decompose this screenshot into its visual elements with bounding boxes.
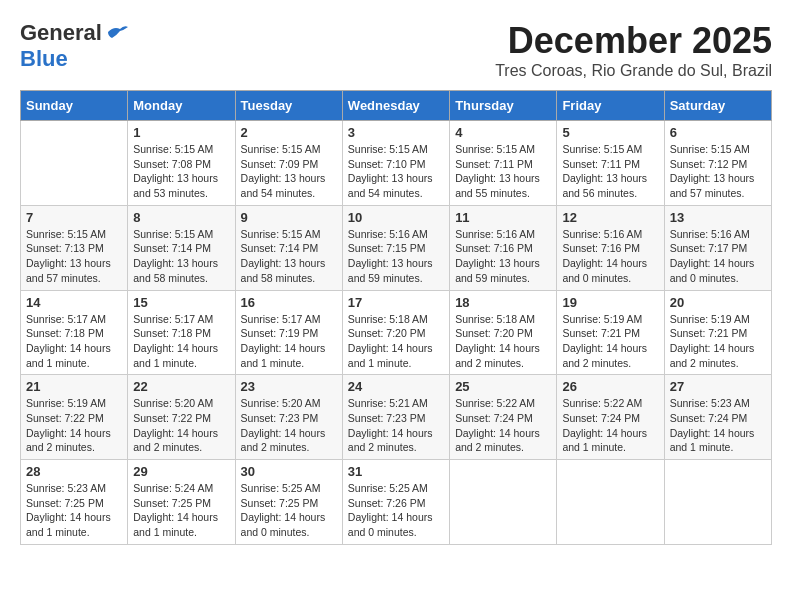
day-number: 24 <box>348 379 444 394</box>
calendar-cell: 12Sunrise: 5:16 AM Sunset: 7:16 PM Dayli… <box>557 205 664 290</box>
day-number: 6 <box>670 125 766 140</box>
weekday-header-thursday: Thursday <box>450 91 557 121</box>
calendar-cell: 30Sunrise: 5:25 AM Sunset: 7:25 PM Dayli… <box>235 460 342 545</box>
calendar-cell: 28Sunrise: 5:23 AM Sunset: 7:25 PM Dayli… <box>21 460 128 545</box>
day-number: 11 <box>455 210 551 225</box>
day-info: Sunrise: 5:21 AM Sunset: 7:23 PM Dayligh… <box>348 396 444 455</box>
day-info: Sunrise: 5:19 AM Sunset: 7:21 PM Dayligh… <box>562 312 658 371</box>
calendar-cell: 2Sunrise: 5:15 AM Sunset: 7:09 PM Daylig… <box>235 121 342 206</box>
calendar-cell <box>21 121 128 206</box>
weekday-header-friday: Friday <box>557 91 664 121</box>
day-info: Sunrise: 5:15 AM Sunset: 7:14 PM Dayligh… <box>133 227 229 286</box>
calendar-cell: 8Sunrise: 5:15 AM Sunset: 7:14 PM Daylig… <box>128 205 235 290</box>
day-number: 1 <box>133 125 229 140</box>
calendar-week-row: 21Sunrise: 5:19 AM Sunset: 7:22 PM Dayli… <box>21 375 772 460</box>
day-number: 2 <box>241 125 337 140</box>
day-info: Sunrise: 5:25 AM Sunset: 7:26 PM Dayligh… <box>348 481 444 540</box>
calendar-week-row: 28Sunrise: 5:23 AM Sunset: 7:25 PM Dayli… <box>21 460 772 545</box>
day-number: 29 <box>133 464 229 479</box>
day-info: Sunrise: 5:15 AM Sunset: 7:14 PM Dayligh… <box>241 227 337 286</box>
day-number: 22 <box>133 379 229 394</box>
day-info: Sunrise: 5:24 AM Sunset: 7:25 PM Dayligh… <box>133 481 229 540</box>
day-number: 5 <box>562 125 658 140</box>
calendar-cell: 22Sunrise: 5:20 AM Sunset: 7:22 PM Dayli… <box>128 375 235 460</box>
day-number: 21 <box>26 379 122 394</box>
day-number: 26 <box>562 379 658 394</box>
day-number: 9 <box>241 210 337 225</box>
calendar-cell: 5Sunrise: 5:15 AM Sunset: 7:11 PM Daylig… <box>557 121 664 206</box>
day-info: Sunrise: 5:19 AM Sunset: 7:21 PM Dayligh… <box>670 312 766 371</box>
day-number: 16 <box>241 295 337 310</box>
day-info: Sunrise: 5:22 AM Sunset: 7:24 PM Dayligh… <box>562 396 658 455</box>
calendar-cell: 20Sunrise: 5:19 AM Sunset: 7:21 PM Dayli… <box>664 290 771 375</box>
day-info: Sunrise: 5:20 AM Sunset: 7:23 PM Dayligh… <box>241 396 337 455</box>
day-number: 30 <box>241 464 337 479</box>
calendar-cell: 6Sunrise: 5:15 AM Sunset: 7:12 PM Daylig… <box>664 121 771 206</box>
calendar-cell: 14Sunrise: 5:17 AM Sunset: 7:18 PM Dayli… <box>21 290 128 375</box>
day-info: Sunrise: 5:15 AM Sunset: 7:13 PM Dayligh… <box>26 227 122 286</box>
calendar-body: 1Sunrise: 5:15 AM Sunset: 7:08 PM Daylig… <box>21 121 772 545</box>
day-info: Sunrise: 5:16 AM Sunset: 7:15 PM Dayligh… <box>348 227 444 286</box>
day-number: 13 <box>670 210 766 225</box>
day-info: Sunrise: 5:17 AM Sunset: 7:18 PM Dayligh… <box>26 312 122 371</box>
weekday-header-tuesday: Tuesday <box>235 91 342 121</box>
day-number: 8 <box>133 210 229 225</box>
day-number: 23 <box>241 379 337 394</box>
day-info: Sunrise: 5:16 AM Sunset: 7:16 PM Dayligh… <box>562 227 658 286</box>
day-number: 15 <box>133 295 229 310</box>
calendar-cell: 7Sunrise: 5:15 AM Sunset: 7:13 PM Daylig… <box>21 205 128 290</box>
day-info: Sunrise: 5:15 AM Sunset: 7:12 PM Dayligh… <box>670 142 766 201</box>
calendar-cell: 21Sunrise: 5:19 AM Sunset: 7:22 PM Dayli… <box>21 375 128 460</box>
day-info: Sunrise: 5:25 AM Sunset: 7:25 PM Dayligh… <box>241 481 337 540</box>
day-number: 31 <box>348 464 444 479</box>
day-info: Sunrise: 5:15 AM Sunset: 7:08 PM Dayligh… <box>133 142 229 201</box>
calendar-cell: 9Sunrise: 5:15 AM Sunset: 7:14 PM Daylig… <box>235 205 342 290</box>
day-info: Sunrise: 5:16 AM Sunset: 7:17 PM Dayligh… <box>670 227 766 286</box>
calendar-cell: 16Sunrise: 5:17 AM Sunset: 7:19 PM Dayli… <box>235 290 342 375</box>
calendar-week-row: 14Sunrise: 5:17 AM Sunset: 7:18 PM Dayli… <box>21 290 772 375</box>
weekday-header-sunday: Sunday <box>21 91 128 121</box>
weekday-header-monday: Monday <box>128 91 235 121</box>
day-info: Sunrise: 5:17 AM Sunset: 7:19 PM Dayligh… <box>241 312 337 371</box>
calendar-cell: 29Sunrise: 5:24 AM Sunset: 7:25 PM Dayli… <box>128 460 235 545</box>
day-number: 4 <box>455 125 551 140</box>
day-info: Sunrise: 5:15 AM Sunset: 7:11 PM Dayligh… <box>562 142 658 201</box>
month-title: December 2025 <box>495 20 772 62</box>
page-header: General Blue December 2025 Tres Coroas, … <box>20 20 772 80</box>
calendar-cell: 27Sunrise: 5:23 AM Sunset: 7:24 PM Dayli… <box>664 375 771 460</box>
calendar-cell: 1Sunrise: 5:15 AM Sunset: 7:08 PM Daylig… <box>128 121 235 206</box>
day-info: Sunrise: 5:20 AM Sunset: 7:22 PM Dayligh… <box>133 396 229 455</box>
calendar-cell: 18Sunrise: 5:18 AM Sunset: 7:20 PM Dayli… <box>450 290 557 375</box>
day-info: Sunrise: 5:15 AM Sunset: 7:11 PM Dayligh… <box>455 142 551 201</box>
calendar-cell: 13Sunrise: 5:16 AM Sunset: 7:17 PM Dayli… <box>664 205 771 290</box>
day-info: Sunrise: 5:18 AM Sunset: 7:20 PM Dayligh… <box>348 312 444 371</box>
calendar-cell: 25Sunrise: 5:22 AM Sunset: 7:24 PM Dayli… <box>450 375 557 460</box>
day-number: 14 <box>26 295 122 310</box>
day-info: Sunrise: 5:15 AM Sunset: 7:09 PM Dayligh… <box>241 142 337 201</box>
day-info: Sunrise: 5:23 AM Sunset: 7:25 PM Dayligh… <box>26 481 122 540</box>
calendar-cell: 3Sunrise: 5:15 AM Sunset: 7:10 PM Daylig… <box>342 121 449 206</box>
calendar-cell: 15Sunrise: 5:17 AM Sunset: 7:18 PM Dayli… <box>128 290 235 375</box>
calendar-cell: 4Sunrise: 5:15 AM Sunset: 7:11 PM Daylig… <box>450 121 557 206</box>
day-info: Sunrise: 5:23 AM Sunset: 7:24 PM Dayligh… <box>670 396 766 455</box>
calendar-cell: 19Sunrise: 5:19 AM Sunset: 7:21 PM Dayli… <box>557 290 664 375</box>
calendar-cell: 26Sunrise: 5:22 AM Sunset: 7:24 PM Dayli… <box>557 375 664 460</box>
day-number: 19 <box>562 295 658 310</box>
day-info: Sunrise: 5:19 AM Sunset: 7:22 PM Dayligh… <box>26 396 122 455</box>
day-info: Sunrise: 5:22 AM Sunset: 7:24 PM Dayligh… <box>455 396 551 455</box>
day-number: 18 <box>455 295 551 310</box>
calendar-cell: 11Sunrise: 5:16 AM Sunset: 7:16 PM Dayli… <box>450 205 557 290</box>
weekday-header-wednesday: Wednesday <box>342 91 449 121</box>
calendar-table: SundayMondayTuesdayWednesdayThursdayFrid… <box>20 90 772 545</box>
weekday-header-row: SundayMondayTuesdayWednesdayThursdayFrid… <box>21 91 772 121</box>
location-title: Tres Coroas, Rio Grande do Sul, Brazil <box>495 62 772 80</box>
title-area: December 2025 Tres Coroas, Rio Grande do… <box>495 20 772 80</box>
calendar-cell <box>557 460 664 545</box>
logo-bird-icon <box>106 24 128 42</box>
day-number: 27 <box>670 379 766 394</box>
day-number: 7 <box>26 210 122 225</box>
day-number: 3 <box>348 125 444 140</box>
logo-text-general: General <box>20 20 102 46</box>
weekday-header-saturday: Saturday <box>664 91 771 121</box>
logo-text-blue: Blue <box>20 46 68 72</box>
